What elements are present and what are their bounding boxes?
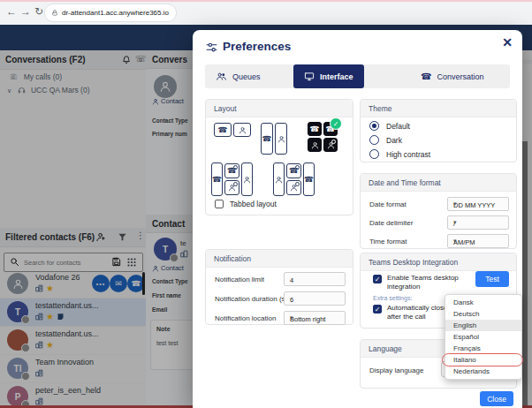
preference-row: Time format AM/PM AM/PM▾ — [361, 234, 516, 249]
caret-down-icon: ▾ — [453, 200, 504, 208]
language-dropdown-menu: Dansk Deutsch English Español Français I… — [445, 294, 522, 380]
select-dropdown[interactable]: DD MM YYYY▾ — [447, 197, 509, 211]
layout-section-header: Layout — [206, 100, 353, 117]
person-icon — [311, 141, 319, 149]
url-text: dr-attendant1.acc.anywhere365.io — [62, 9, 169, 17]
theme-section: Theme Default Dark High contr — [360, 99, 517, 162]
row-label: Time format — [369, 238, 407, 246]
screenshot-root: ← → ↻ dr-attendant1.acc.anywhere365.io A… — [0, 0, 532, 408]
layout-option-stacked[interactable]: ☎ ✓ — [214, 123, 251, 137]
notification-section: Notification Notification limit 4 4▾ Not… — [205, 249, 353, 325]
modal-title: Preferences — [223, 40, 291, 53]
row-label: Notification location — [215, 314, 276, 322]
row-label: Notification limit — [215, 276, 264, 283]
row-label: Date delimiter — [369, 219, 413, 227]
tabbed-layout-checkbox[interactable] — [215, 200, 224, 208]
person-icon — [277, 135, 285, 143]
phone-icon: ☎ — [304, 176, 314, 184]
caret-down-icon: ▾ — [290, 314, 340, 321]
tab-label: Conversation — [437, 72, 483, 81]
layout-option-three-column[interactable]: ☎ ☎ ✓ — [211, 162, 253, 196]
screenshot-top-border — [0, 0, 532, 2]
theme-option[interactable]: High contrast — [369, 149, 430, 159]
row-label: Notification duration (s) — [215, 295, 287, 303]
selected-check-icon: ✓ — [330, 117, 342, 130]
tabbed-layout-row[interactable]: Tabbed layout — [215, 200, 277, 208]
close-button[interactable]: Close — [480, 391, 513, 406]
person-plus-icon — [327, 141, 335, 149]
layout-option-two-column[interactable]: ☎ ✓ — [261, 123, 287, 155]
person-plus-icon — [290, 184, 298, 192]
tab-label: Queues — [232, 72, 261, 81]
text-input[interactable]: 4 — [284, 272, 346, 286]
tabbed-layout-label: Tabbed layout — [230, 200, 277, 208]
tab-label: Interface — [320, 72, 353, 81]
layout-option-grid[interactable]: ☎ ☎ ✓ — [308, 122, 338, 152]
autoclose-checkbox[interactable]: ✓ — [373, 305, 382, 314]
display-language-label: Display language — [369, 366, 423, 374]
phone-icon: ☎ — [217, 126, 227, 134]
lock-icon — [51, 9, 58, 17]
layout-option-three-column-mirrored[interactable]: ☎ ☎ ✓ — [273, 162, 315, 196]
person-plus-icon — [228, 184, 236, 192]
preferences-tabs: ☎ Interface ☎ Conversation ☎ Queues — [205, 64, 510, 88]
page-scrollbar[interactable] — [522, 141, 528, 408]
select-dropdown[interactable]: Bottom right▾ — [284, 311, 346, 325]
dropdown-item[interactable]: English — [445, 320, 521, 331]
dropdown-item[interactable]: Dansk — [445, 297, 521, 308]
teams-section-header: Teams Desktop Integration — [361, 253, 516, 271]
extra-settings-label: Extra settings: — [373, 295, 412, 301]
layout-section: Layout ☎ ✓ ☎ ✓ ☎ ☎ ✓ — [205, 99, 353, 215]
phone-icon: ☎ — [212, 176, 222, 184]
browser-toolbar: ← → ↻ dr-attendant1.acc.anywhere365.io — [0, 0, 532, 26]
dropdown-item[interactable]: Nederlands — [445, 366, 521, 377]
datetime-section: Date and Time format Date format DD MM Y… — [360, 173, 517, 249]
monitor-icon — [304, 72, 315, 81]
person-icon — [275, 176, 283, 184]
theme-option-label: Dark — [386, 136, 402, 145]
text-input[interactable]: 6 — [284, 291, 346, 306]
dropdown-item[interactable]: Español — [445, 331, 521, 343]
radio-button[interactable] — [369, 121, 379, 131]
back-icon[interactable]: ← — [6, 5, 17, 18]
datetime-section-header: Date and Time format — [361, 174, 516, 192]
row-label: Date format — [369, 200, 407, 208]
theme-option[interactable]: Dark — [369, 135, 402, 145]
preference-row: Notification location Bottom right Botto… — [206, 311, 353, 326]
person-icon — [243, 176, 251, 184]
phone-icon: ☎ — [309, 125, 319, 133]
person-icon — [239, 126, 247, 134]
notification-section-header: Notification — [206, 250, 353, 268]
phone-icon: ☎ — [262, 135, 271, 143]
preferences-tab[interactable]: ☎ Queues — [205, 64, 271, 88]
enable-teams-label: Enable Teams desktop integration — [387, 274, 465, 291]
phone-plus-icon: ☎ — [289, 167, 299, 175]
caret-down-icon: ▾ — [453, 219, 504, 226]
preferences-tune-icon — [205, 42, 218, 53]
theme-option-label: High contrast — [386, 150, 430, 159]
address-bar[interactable]: dr-attendant1.acc.anywhere365.io — [44, 4, 177, 22]
enable-teams-checkbox[interactable]: ✓ — [373, 275, 382, 283]
phone-icon: ☎ — [421, 72, 431, 81]
reload-icon[interactable]: ↻ — [34, 5, 43, 18]
theme-option-label: Default — [386, 122, 410, 131]
select-dropdown[interactable]: /▾ — [447, 215, 509, 230]
radio-button[interactable] — [369, 149, 379, 159]
radio-button[interactable] — [369, 135, 379, 145]
preference-row: Date format DD MM YYYY DD MM YYYY▾ — [361, 197, 516, 212]
forward-icon[interactable]: → — [20, 5, 31, 18]
people-icon — [216, 72, 227, 81]
preference-row: Date delimiter / /▾ — [361, 215, 516, 230]
dropdown-item[interactable]: Italiano — [445, 354, 521, 366]
dropdown-item[interactable]: Deutsch — [445, 308, 521, 320]
phone-plus-icon: ☎ — [227, 167, 237, 175]
theme-section-header: Theme — [361, 100, 516, 117]
preference-row: Notification duration (s) 6 6▾ — [206, 291, 353, 306]
close-icon[interactable]: ✕ — [502, 36, 513, 49]
theme-option[interactable]: Default — [369, 121, 410, 131]
select-dropdown[interactable]: AM/PM▾ — [447, 234, 509, 248]
test-button[interactable]: Test — [475, 271, 509, 287]
preference-row: Notification limit 4 4▾ — [206, 272, 353, 287]
preferences-tab[interactable]: ☎ Interface — [293, 64, 364, 88]
preferences-tab[interactable]: ☎ Conversation — [410, 64, 495, 88]
